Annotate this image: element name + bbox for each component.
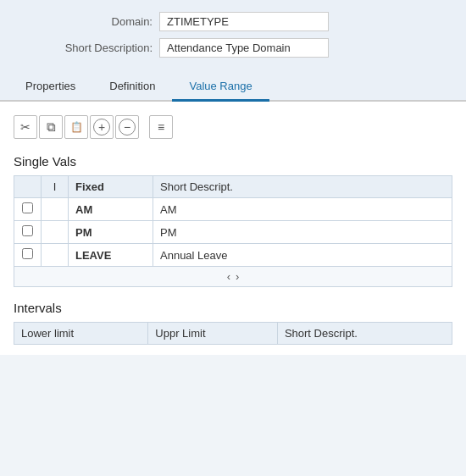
table-row: AM AM — [14, 198, 452, 221]
row-fixed-3: LEAVE — [69, 244, 153, 267]
col-header-lower-limit: Lower limit — [14, 323, 148, 345]
remove-button[interactable]: − — [115, 115, 139, 139]
single-vals-title: Single Vals — [14, 154, 452, 169]
tab-value-range[interactable]: Value Range — [172, 73, 269, 102]
intervals-table: Lower limit Uppr Limit Short Descript. — [14, 322, 452, 345]
single-vals-table: I Fixed Short Descript. AM AM PM PM LE — [14, 175, 452, 267]
toolbar: ✂ ⧉ 📋 + − ≡ — [14, 112, 452, 142]
copy-icon: ⧉ — [47, 119, 56, 135]
menu-icon: ≡ — [158, 120, 164, 134]
row-checkbox-3[interactable] — [14, 244, 42, 267]
row-checkbox-2[interactable] — [14, 221, 42, 244]
domain-label: Domain: — [17, 15, 153, 28]
tab-properties[interactable]: Properties — [8, 73, 92, 102]
col-header-fixed: Fixed — [69, 176, 153, 198]
add-button[interactable]: + — [90, 115, 114, 139]
tab-definition[interactable]: Definition — [92, 73, 172, 102]
cut-button[interactable]: ✂ — [14, 115, 37, 139]
top-section: Domain: ZTIMETYPE Short Description: Att… — [0, 0, 466, 73]
checkbox-3[interactable] — [22, 248, 33, 259]
menu-button[interactable]: ≡ — [149, 115, 173, 139]
tabs-bar: Properties Definition Value Range — [0, 73, 466, 102]
row-short-descript-1: AM — [153, 198, 452, 221]
remove-icon: − — [119, 119, 136, 136]
row-short-descript-2: PM — [153, 221, 452, 244]
checkbox-2[interactable] — [22, 225, 33, 236]
row-i-3 — [42, 244, 69, 267]
col-header-intervals-short-descript: Short Descript. — [277, 323, 452, 345]
paste-button[interactable]: 📋 — [64, 115, 88, 139]
col-header-uppr-limit: Uppr Limit — [148, 323, 278, 345]
copy-button[interactable]: ⧉ — [39, 115, 63, 139]
scroll-controls: ‹ › — [14, 267, 452, 287]
row-fixed-2: PM — [69, 221, 153, 244]
checkbox-1[interactable] — [22, 202, 33, 213]
col-header-i: I — [42, 176, 69, 198]
scroll-left-icon[interactable]: ‹ — [227, 270, 230, 283]
table-row: LEAVE Annual Leave — [14, 244, 452, 267]
scroll-right-icon[interactable]: › — [236, 270, 239, 283]
short-desc-value: Attendance Type Domain — [159, 38, 329, 58]
row-fixed-1: AM — [69, 198, 153, 221]
intervals-header-row: Lower limit Uppr Limit Short Descript. — [14, 323, 452, 345]
cut-icon: ✂ — [20, 120, 31, 134]
single-vals-header-row: I Fixed Short Descript. — [14, 176, 452, 198]
row-short-descript-3: Annual Leave — [153, 244, 452, 267]
short-desc-label: Short Description: — [17, 42, 153, 54]
content-area: ✂ ⧉ 📋 + − ≡ Single Vals I Fixed Short De… — [0, 102, 466, 355]
col-header-short-descript: Short Descript. — [153, 176, 452, 198]
domain-row: Domain: ZTIMETYPE — [17, 12, 449, 31]
table-row: PM PM — [14, 221, 452, 244]
short-desc-row: Short Description: Attendance Type Domai… — [17, 38, 449, 58]
intervals-title: Intervals — [14, 301, 452, 315]
col-header-checkbox — [14, 176, 42, 198]
intervals-section: Intervals Lower limit Uppr Limit Short D… — [14, 301, 452, 345]
row-checkbox-1[interactable] — [14, 198, 42, 221]
row-i-1 — [42, 198, 69, 221]
add-icon: + — [93, 119, 110, 136]
row-i-2 — [42, 221, 69, 244]
paste-icon: 📋 — [70, 121, 83, 133]
domain-value: ZTIMETYPE — [159, 12, 329, 31]
